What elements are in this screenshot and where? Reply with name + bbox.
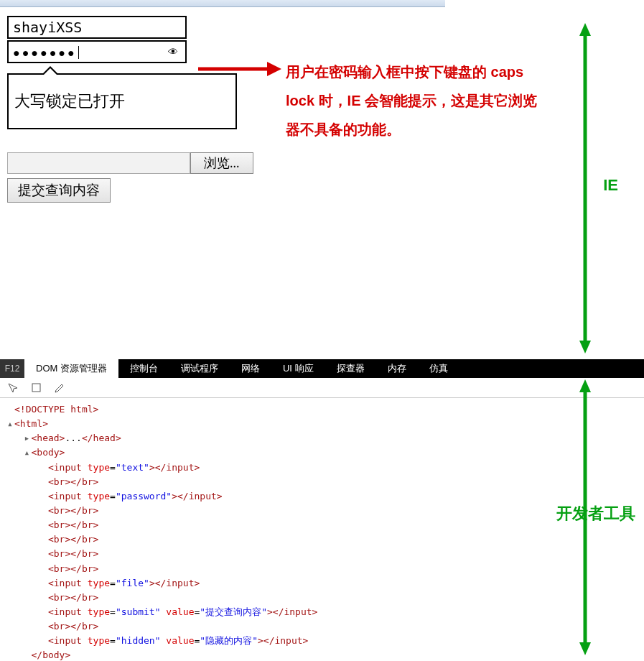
capslock-tooltip: 大写锁定已打开 <box>7 73 237 129</box>
submit-button[interactable]: 提交查询内容 <box>7 178 111 203</box>
browser-chrome-strip <box>0 0 445 7</box>
annotation-devtools-label: 开发者工具 <box>556 503 635 524</box>
tab-dom-explorer[interactable]: DOM 资源管理器 <box>24 359 118 378</box>
tab-debugger[interactable]: 调试程序 <box>169 359 230 378</box>
svg-marker-1 <box>267 62 281 76</box>
arrow-icon <box>197 59 283 79</box>
dom-line[interactable]: <input type="file"></input> <box>7 576 644 591</box>
f12-label: F12 <box>0 359 24 378</box>
dom-line[interactable]: <input type="password"></input> <box>7 489 644 504</box>
dom-line[interactable]: <br></br> <box>7 591 644 605</box>
dom-line[interactable]: ▸ <head>...</head> <box>7 431 644 445</box>
browse-button[interactable]: 浏览... <box>190 152 253 174</box>
dom-line[interactable]: <br></br> <box>7 547 644 561</box>
dom-line[interactable]: ▴ <body> <box>7 445 644 460</box>
tab-memory[interactable]: 内存 <box>376 359 418 378</box>
dom-line[interactable]: <input type="submit" value="提交查询内容"></in… <box>7 605 644 619</box>
dom-line[interactable]: <br></br> <box>7 475 644 489</box>
svg-marker-8 <box>579 642 591 655</box>
username-input[interactable] <box>7 16 187 39</box>
tab-network[interactable]: 网络 <box>230 359 271 378</box>
devtools-panel: F12 DOM 资源管理器 控制台 调试程序 网络 UI 响应 探查器 内存 仿… <box>0 359 644 661</box>
tab-emulation[interactable]: 仿真 <box>418 359 459 378</box>
select-element-icon[interactable] <box>7 382 19 394</box>
password-mask: ●●●●●●● <box>13 47 77 59</box>
dom-line[interactable]: ▴ <html> <box>7 417 644 431</box>
color-picker-icon[interactable] <box>53 382 65 394</box>
password-input[interactable]: ●●●●●●● 👁 <box>7 40 187 63</box>
tab-profiler[interactable]: 探查器 <box>325 359 376 378</box>
dom-line[interactable]: <br></br> <box>7 518 644 532</box>
dom-tree[interactable]: <!DOCTYPE html>▴ <html> ▸ <head>...</hea… <box>0 398 644 661</box>
tab-ui-response[interactable]: UI 响应 <box>271 359 325 378</box>
svg-marker-4 <box>579 341 591 353</box>
dom-line[interactable]: <br></br> <box>7 562 644 576</box>
dom-line[interactable]: <br></br> <box>7 532 644 547</box>
devtools-tabbar: F12 DOM 资源管理器 控制台 调试程序 网络 UI 响应 探查器 内存 仿… <box>0 359 644 378</box>
dom-line[interactable]: <input type="hidden" value="隐藏的内容"></inp… <box>7 634 644 648</box>
svg-rect-5 <box>32 384 40 392</box>
bracket-ie-icon <box>578 23 592 353</box>
dom-line[interactable]: <br></br> <box>7 619 644 634</box>
dom-line[interactable]: <!DOCTYPE html> <box>7 402 644 417</box>
devtools-toolbar <box>0 378 644 398</box>
page-content: ●●●●●●● 👁 大写锁定已打开 浏览... 提交查询内容 用户在密码输入框中… <box>0 7 644 359</box>
file-path-display <box>7 152 190 174</box>
highlight-icon[interactable] <box>30 382 42 394</box>
annotation-ie-label: IE <box>603 176 618 195</box>
tab-console[interactable]: 控制台 <box>118 359 169 378</box>
annotation-red-text: 用户在密码输入框中按下键盘的 caps lock 时，IE 会智能提示，这是其它… <box>286 57 551 144</box>
svg-marker-7 <box>579 379 591 392</box>
dom-line[interactable]: <br></br> <box>7 504 644 518</box>
dom-line[interactable]: <input type="text"></input> <box>7 461 644 475</box>
dom-line[interactable]: </body> <box>7 648 644 661</box>
svg-marker-3 <box>579 23 591 36</box>
reveal-password-icon[interactable]: 👁 <box>168 46 181 57</box>
